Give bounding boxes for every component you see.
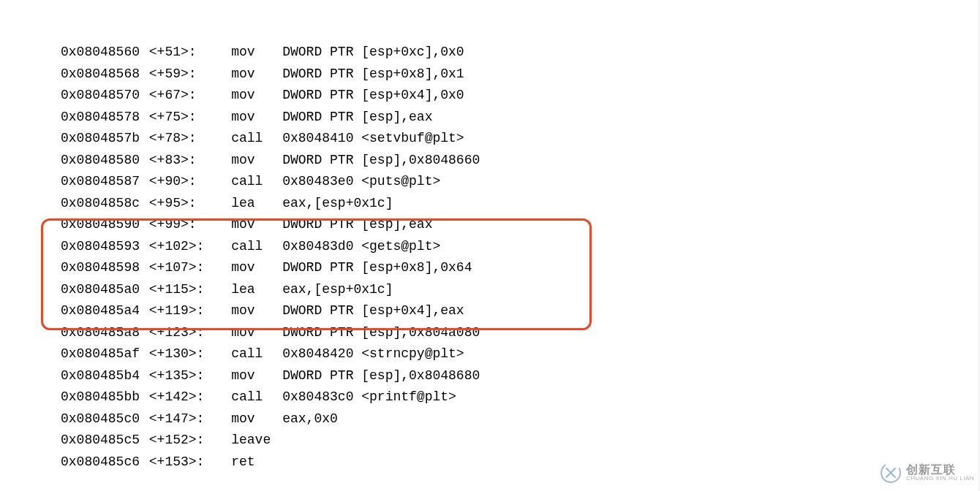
asm-mnemonic: lea [231, 279, 282, 301]
asm-line: 0x08048590 <+99>: movDWORD PTR [esp],eax [37, 214, 480, 236]
asm-mnemonic: call [231, 236, 282, 258]
asm-address: 0x0804858c [61, 193, 141, 215]
disassembly-output: 0x08048560 <+51>: movDWORD PTR [esp+0xc]… [37, 0, 480, 491]
watermark: 创新互联 CHUANG XIN HU LIAN [880, 462, 974, 484]
asm-line: 0x080485b4 <+135>: movDWORD PTR [esp],0x… [37, 365, 480, 387]
asm-mnemonic: mov [231, 408, 282, 430]
asm-address: 0x080485c5 [61, 430, 141, 452]
asm-offset: <+75>: [149, 107, 208, 129]
asm-mnemonic: mov [231, 64, 282, 85]
asm-operands: 0x8048410 <setvbuf@plt> [282, 128, 464, 150]
asm-offset: <+95>: [149, 193, 208, 215]
asm-mnemonic: call [231, 387, 282, 408]
asm-offset: <+102>: [149, 236, 208, 258]
asm-line: 0x08048593 <+102>: call0x80483d0 <gets@p… [37, 236, 480, 258]
asm-address: 0x080485a8 [61, 322, 141, 344]
asm-offset: <+119>: [149, 300, 208, 322]
asm-operands: 0x80483d0 <gets@plt> [282, 236, 440, 258]
asm-line: 0x08048578 <+75>: movDWORD PTR [esp],eax [37, 107, 480, 129]
asm-address: 0x080485b4 [61, 365, 141, 387]
asm-line: 0x080485c6 <+153>: ret [37, 452, 480, 473]
asm-mnemonic: mov [231, 214, 282, 236]
asm-address: 0x080485a0 [61, 279, 141, 301]
asm-offset: <+83>: [149, 150, 208, 172]
asm-offset: <+115>: [149, 279, 208, 301]
asm-operands: 0x80483c0 <printf@plt> [282, 387, 456, 408]
asm-offset: <+78>: [149, 128, 208, 150]
watermark-main-text: 创新互联 [906, 464, 974, 476]
asm-address: 0x08048580 [61, 150, 141, 172]
asm-line: 0x0804857b <+78>: call0x8048410 <setvbuf… [37, 128, 480, 150]
asm-address: 0x08048570 [61, 85, 141, 107]
asm-line: 0x080485c0 <+147>: moveax,0x0 [37, 408, 480, 430]
asm-offset: <+130>: [149, 343, 208, 365]
asm-mnemonic: call [231, 343, 282, 365]
asm-line: 0x080485af <+130>: call0x8048420 <strncp… [37, 343, 480, 365]
asm-mnemonic: mov [231, 150, 282, 172]
asm-offset: <+123>: [149, 322, 208, 344]
asm-address: 0x08048593 [61, 236, 141, 258]
asm-offset: <+152>: [149, 430, 208, 452]
asm-operands: 0x8048420 <strncpy@plt> [282, 343, 464, 365]
asm-mnemonic: leave [231, 430, 282, 452]
asm-operands: eax,0x0 [282, 408, 338, 430]
asm-offset: <+51>: [149, 42, 208, 64]
asm-offset: <+90>: [149, 171, 208, 193]
asm-address: 0x08048568 [61, 64, 141, 85]
asm-offset: <+67>: [149, 85, 208, 107]
asm-offset: <+147>: [149, 408, 208, 430]
asm-line: 0x080485c5 <+152>: leave [37, 430, 480, 452]
asm-address: 0x080485af [61, 343, 141, 365]
asm-address: 0x080485c0 [61, 408, 141, 430]
asm-operands: DWORD PTR [esp+0x8],0x64 [282, 257, 472, 279]
asm-mnemonic: mov [231, 365, 282, 387]
asm-address: 0x08048598 [61, 257, 141, 279]
asm-line: 0x080485bb <+142>: call0x80483c0 <printf… [37, 387, 480, 408]
asm-line: 0x08048587 <+90>: call0x80483e0 <puts@pl… [37, 171, 480, 193]
asm-address: 0x08048578 [61, 107, 141, 129]
window-right-shadow [977, 0, 980, 491]
asm-operands: eax,[esp+0x1c] [282, 193, 393, 215]
asm-address: 0x0804857b [61, 128, 141, 150]
asm-line: 0x080485a0 <+115>: leaeax,[esp+0x1c] [37, 279, 480, 301]
asm-line: 0x08048560 <+51>: movDWORD PTR [esp+0xc]… [37, 42, 480, 64]
watermark-sub-text: CHUANG XIN HU LIAN [906, 476, 974, 482]
asm-offset: <+142>: [149, 387, 208, 408]
asm-line: 0x08048570 <+67>: movDWORD PTR [esp+0x4]… [37, 85, 480, 107]
asm-offset: <+99>: [149, 214, 208, 236]
asm-address: 0x080485bb [61, 387, 141, 408]
asm-line: 0x08048568 <+59>: movDWORD PTR [esp+0x8]… [37, 64, 480, 85]
asm-offset: <+153>: [149, 452, 208, 473]
asm-line: 0x080485a8 <+123>: movDWORD PTR [esp],0x… [37, 322, 480, 344]
asm-offset: <+107>: [149, 257, 208, 279]
asm-operands: eax,[esp+0x1c] [282, 279, 393, 301]
asm-operands: DWORD PTR [esp+0x4],eax [282, 300, 464, 322]
asm-operands: DWORD PTR [esp],0x8048680 [282, 365, 480, 387]
asm-mnemonic: call [231, 171, 282, 193]
asm-address: 0x08048590 [61, 214, 141, 236]
asm-mnemonic: mov [231, 257, 282, 279]
asm-mnemonic: mov [231, 322, 282, 344]
asm-line: 0x08048580 <+83>: movDWORD PTR [esp],0x8… [37, 150, 480, 172]
asm-offset: <+59>: [149, 64, 208, 85]
asm-operands: DWORD PTR [esp],eax [282, 214, 432, 236]
asm-operands: DWORD PTR [esp],0x8048660 [282, 150, 480, 172]
asm-mnemonic: mov [231, 107, 282, 129]
asm-mnemonic: call [231, 128, 282, 150]
asm-operands: DWORD PTR [esp+0x4],0x0 [282, 85, 464, 107]
asm-mnemonic: mov [231, 85, 282, 107]
asm-line: 0x08048598 <+107>: movDWORD PTR [esp+0x8… [37, 257, 480, 279]
watermark-logo-icon [880, 462, 902, 484]
asm-operands: DWORD PTR [esp],eax [282, 107, 432, 129]
asm-line: 0x0804858c <+95>: leaeax,[esp+0x1c] [37, 193, 480, 215]
asm-address: 0x08048587 [61, 171, 141, 193]
asm-offset: <+135>: [149, 365, 208, 387]
asm-mnemonic: mov [231, 42, 282, 64]
asm-operands: DWORD PTR [esp+0x8],0x1 [282, 64, 464, 85]
asm-operands: DWORD PTR [esp],0x804a080 [282, 322, 480, 344]
asm-mnemonic: lea [231, 193, 282, 215]
asm-mnemonic: mov [231, 300, 282, 322]
asm-address: 0x080485a4 [61, 300, 141, 322]
asm-address: 0x08048560 [61, 42, 141, 64]
asm-operands: 0x80483e0 <puts@plt> [282, 171, 440, 193]
